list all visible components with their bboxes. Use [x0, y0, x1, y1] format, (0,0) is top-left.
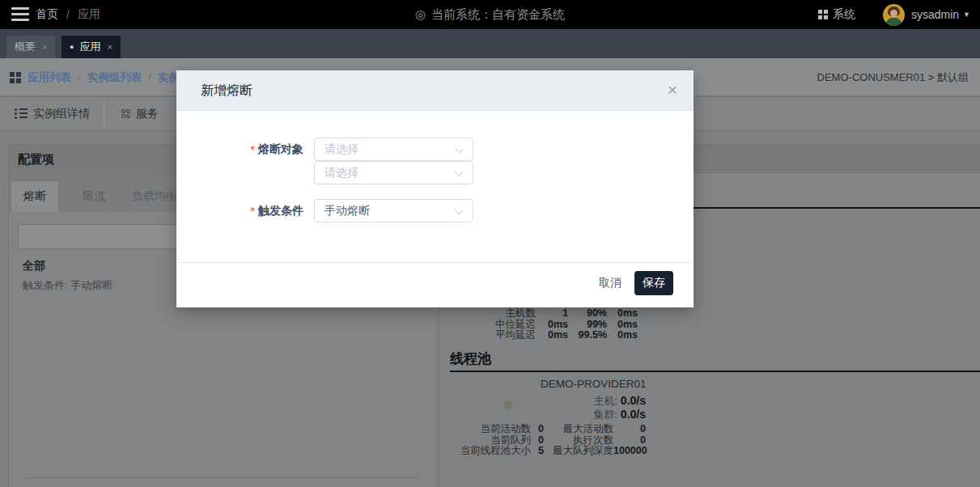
- chevron-down-icon: [455, 206, 464, 215]
- services-icon: [121, 109, 130, 118]
- cancel-button[interactable]: 取消: [595, 271, 626, 295]
- stat-value: 0: [613, 424, 646, 435]
- apps-grid-icon: [10, 72, 21, 83]
- chevron-down-icon: [455, 168, 464, 177]
- system-menu[interactable]: 系统: [833, 7, 855, 22]
- breadcrumb-separator: /: [78, 71, 81, 83]
- tab-instance-group-detail[interactable]: 实例组详情: [15, 97, 90, 130]
- system-grid-icon: [818, 10, 828, 19]
- stat-value: 0ms: [607, 330, 638, 341]
- stat-label: 当前活动数: [450, 424, 531, 435]
- field-label-text: 熔断对象: [258, 142, 303, 157]
- divider: [24, 477, 417, 478]
- tab-services[interactable]: 服务: [121, 97, 159, 130]
- select-placeholder: 请选择: [325, 142, 358, 157]
- stat-value: 0: [531, 435, 544, 447]
- save-button[interactable]: 保存: [634, 271, 673, 295]
- stat-label: 最大队列深度: [544, 446, 613, 457]
- modal-header: 新增熔断 ×: [176, 70, 694, 111]
- tab-overview[interactable]: 概要 ×: [6, 36, 55, 58]
- chevron-down-icon: [455, 145, 464, 154]
- tab-circuit-break[interactable]: 熔断: [11, 180, 59, 212]
- circuit-target-select-1[interactable]: 请选择: [314, 138, 473, 161]
- modal-footer: 取消 保存: [176, 262, 694, 307]
- page-breadcrumb: 应用列表 / 实例组列表 / 实例: [28, 58, 180, 96]
- select-value: 手动熔断: [325, 204, 370, 218]
- select-placeholder: 请选择: [325, 166, 358, 180]
- active-dot-icon: ●: [70, 43, 74, 51]
- stat-label: 当前队列: [450, 435, 531, 447]
- tab-rate-limit[interactable]: 限流: [70, 180, 118, 212]
- current-system-label: 当前系统：自有资金系统: [431, 7, 565, 23]
- breadcrumb-app-list[interactable]: 应用列表: [28, 70, 71, 85]
- avatar[interactable]: [883, 4, 905, 26]
- required-mark: *: [251, 143, 255, 156]
- field-label-text: 触发条件: [258, 204, 303, 218]
- field-label-trigger-condition: * 触发条件: [209, 199, 303, 222]
- top-header: 首页 / 应用 ◎ 当前系统：自有资金系统 系统 sysadmin ▼: [0, 0, 980, 29]
- trigger-condition-select[interactable]: 手动熔断: [314, 199, 473, 222]
- close-icon[interactable]: ×: [668, 80, 677, 100]
- cluster-rate: 集群: 0.0/s: [594, 408, 646, 422]
- stat-value: 0ms: [536, 320, 568, 331]
- breadcrumb-instance-group-list[interactable]: 实例组列表: [87, 70, 142, 85]
- circuit-stats-table: 主机数 1 90% 0ms 中位延迟 0ms 99% 0ms 平均延迟 0ms …: [450, 308, 638, 341]
- modal-title: 新增熔断: [201, 70, 252, 111]
- list-item-title[interactable]: 全部: [23, 259, 45, 273]
- cluster-rate-value: 0.0/s: [621, 408, 646, 421]
- stat-label: 平均延迟: [450, 330, 536, 341]
- required-mark: *: [251, 205, 255, 218]
- stat-value: 0: [613, 435, 646, 447]
- host-rate-value: 0.0/s: [621, 394, 646, 407]
- stat-value: 0ms: [607, 320, 638, 331]
- tab-instance-group-detail-label: 实例组详情: [33, 107, 90, 121]
- close-icon[interactable]: ×: [107, 42, 112, 52]
- eye-icon: ◎: [415, 7, 426, 22]
- field-label-circuit-target: * 熔断对象: [209, 138, 303, 161]
- close-icon[interactable]: ×: [42, 42, 47, 52]
- stat-value: 5: [531, 446, 544, 457]
- host-rate: 主机: 0.0/s: [594, 394, 646, 409]
- stat-value: 0: [531, 424, 544, 435]
- divider: [104, 102, 104, 126]
- stat-label: 最大活动数: [544, 424, 613, 435]
- tag-tab-strip: 概要 × ● 应用 ×: [0, 29, 980, 58]
- stat-label: 当前线程池大小: [450, 446, 531, 457]
- host-rate-label: 主机:: [594, 395, 618, 407]
- tab-application[interactable]: ● 应用 ×: [62, 36, 121, 58]
- tab-overview-label: 概要: [15, 40, 36, 54]
- stat-value: 100000: [613, 446, 646, 457]
- list-icon: [15, 108, 28, 119]
- add-circuit-break-modal: 新增熔断 × * 熔断对象 请选择 请选择 * 触发条件 手动熔断 取消 保存: [176, 70, 694, 307]
- chevron-down-icon[interactable]: ▼: [963, 11, 970, 19]
- stat-label: 主机数: [450, 308, 536, 320]
- username[interactable]: sysadmin: [911, 8, 959, 21]
- list-item-subtitle: 触发条件: 手动熔断: [23, 278, 112, 293]
- tab-services-label: 服务: [136, 107, 159, 121]
- breadcrumb-separator: /: [148, 71, 151, 83]
- threadpool-title: 线程池: [450, 349, 491, 368]
- stat-value: 0ms: [607, 308, 638, 320]
- stat-value: 1: [536, 308, 568, 320]
- cluster-rate-label: 集群:: [594, 409, 618, 421]
- stat-value: 99.5%: [568, 330, 607, 341]
- threadpool-underline: [450, 371, 980, 372]
- config-section-title: 配置项: [18, 145, 54, 175]
- context-label: DEMO-CONUSMER01 > 默认组: [817, 58, 969, 96]
- circuit-target-select-2[interactable]: 请选择: [314, 161, 473, 184]
- threadpool-stats-table: 当前活动数 0 最大活动数 0 当前队列 0 执行次数 0 当前线程池大小 5 …: [450, 424, 646, 457]
- app-page: 首页 / 应用 ◎ 当前系统：自有资金系统 系统 sysadmin ▼ 概要 ×…: [0, 0, 980, 487]
- stat-value: 90%: [568, 308, 607, 320]
- header-right: 系统 sysadmin ▼: [818, 0, 970, 29]
- stat-label: 中位延迟: [450, 320, 536, 331]
- tab-application-label: 应用: [79, 40, 100, 54]
- threadpool-provider: DEMO-PROVIDER01: [541, 378, 647, 390]
- stat-label: 执行次数: [544, 435, 613, 447]
- stat-value: 0ms: [536, 330, 568, 341]
- stat-value: 99%: [568, 320, 607, 331]
- status-dot: [503, 400, 512, 409]
